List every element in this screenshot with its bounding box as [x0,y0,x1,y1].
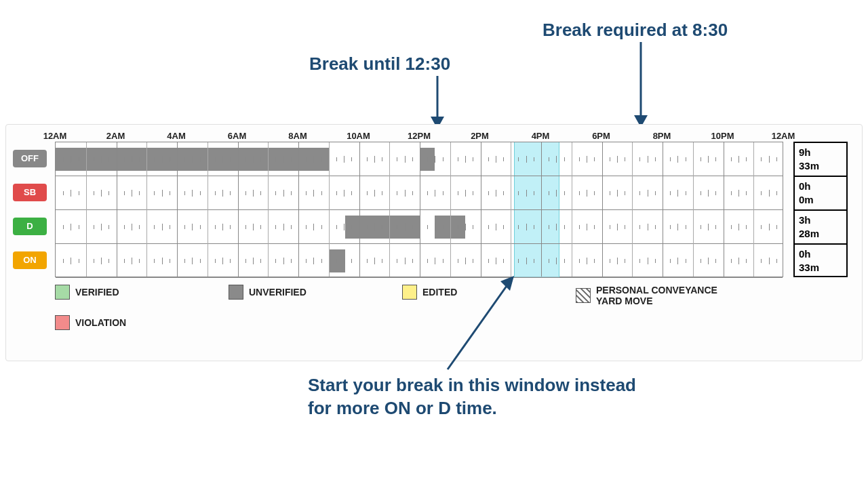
totals-column: 9h 33m 0h 0m 3h 28m 0h 33m [793,142,848,277]
total-off-mins: 33m [799,159,842,173]
legend-violation-label: VIOLATION [75,317,126,328]
total-d-hours: 3h [799,214,842,227]
legend-personal: PERSONAL CONVEYANCE YARD MOVE [576,285,717,306]
segment-d-1 [345,216,420,239]
hour-label: 4PM [532,131,550,141]
total-on-hours: 0h [799,247,842,261]
legend-violation: VIOLATION [55,315,126,330]
hour-label: 6AM [228,131,246,141]
total-sb-hours: 0h [799,180,842,193]
segment-on-1 [329,249,346,272]
hour-label: 2PM [471,131,489,141]
legend-edited-label: EDITED [422,287,457,298]
legend-unverified-label: UNVERIFIED [249,287,307,298]
row-off [56,142,783,176]
row-on [56,244,783,278]
hour-label: 8AM [288,131,307,141]
annotation-break-window: Start your break in this window instead … [308,374,636,420]
hour-label: 2AM [106,131,125,141]
status-label-sb: SB [13,184,47,201]
hour-label: 12AM [772,131,795,141]
status-label-d: D [13,218,47,235]
hour-label: 4AM [167,131,185,141]
legend-personal-label: PERSONAL CONVEYANCE YARD MOVE [596,285,717,306]
timeline-grid [55,142,783,277]
hour-label: 10AM [347,131,370,141]
swatch-violation [55,315,70,330]
hos-log-chart: 12AM 2AM 4AM 6AM 8AM 10AM 12PM 2PM 4PM 6… [5,124,863,361]
annotation-break-until: Break until 12:30 [309,53,450,76]
arrow-down-icon [631,42,651,127]
hour-axis: 12AM 2AM 4AM 6AM 8AM 10AM 12PM 2PM 4PM 6… [6,131,862,140]
hour-label: 10PM [711,131,734,141]
row-d [56,210,783,244]
hour-label: 6PM [592,131,610,141]
total-off-hours: 9h [799,146,842,159]
hour-label: 12AM [43,131,67,141]
hour-label: 12PM [408,131,431,141]
total-d-mins: 28m [799,227,842,241]
annotation-break-required: Break required at 8:30 [542,19,728,42]
row-sb [56,176,783,210]
total-sb-mins: 0m [799,193,842,207]
legend-verified-label: VERIFIED [75,287,119,298]
hour-label: 8PM [653,131,671,141]
arrow-down-icon [427,76,448,129]
total-on: 0h 33m [795,245,846,279]
legend-unverified: UNVERIFIED [229,285,307,300]
total-on-mins: 33m [799,261,842,274]
status-label-off: OFF [13,150,47,167]
total-off: 9h 33m [795,143,846,177]
swatch-verified [55,285,70,300]
swatch-personal [576,288,591,303]
total-sb: 0h 0m [795,177,846,211]
legend-verified: VERIFIED [55,285,119,300]
swatch-unverified [229,285,243,300]
total-d: 3h 28m [795,211,846,245]
legend-edited: EDITED [402,285,457,300]
status-label-on: ON [13,251,47,269]
swatch-edited [402,285,417,300]
